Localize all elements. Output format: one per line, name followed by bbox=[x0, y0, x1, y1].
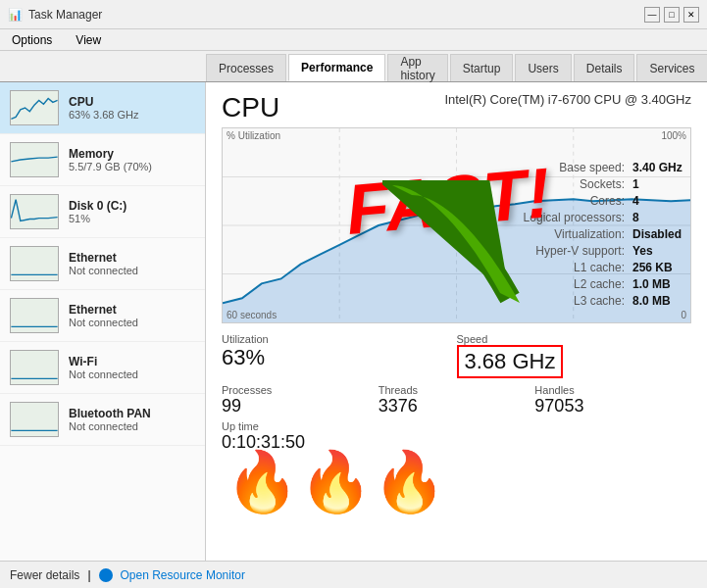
info-row-sockets: Sockets: 1 bbox=[487, 177, 691, 191]
tab-app-history[interactable]: App history bbox=[387, 54, 447, 81]
ethernet2-value: Not connected bbox=[69, 317, 195, 328]
uptime-value: 0:10:31:50 bbox=[222, 432, 691, 453]
cpu-name: CPU bbox=[69, 95, 195, 109]
cpu-header: CPU Intel(R) Core(TM) i7-6700 CPU @ 3.40… bbox=[222, 92, 691, 123]
l3-key: L3 cache: bbox=[487, 294, 625, 308]
wifi-mini-chart bbox=[10, 350, 59, 385]
tab-processes[interactable]: Processes bbox=[206, 54, 286, 81]
menu-options[interactable]: Options bbox=[8, 31, 56, 49]
sidebar-item-ethernet1[interactable]: Ethernet Not connected bbox=[0, 238, 205, 290]
ethernet2-name: Ethernet bbox=[69, 303, 195, 317]
bluetooth-mini-chart bbox=[10, 402, 59, 437]
uptime-label: Up time bbox=[222, 420, 691, 432]
minimize-button[interactable]: — bbox=[644, 7, 660, 23]
sidebar-item-cpu[interactable]: CPU 63% 3.68 GHz bbox=[0, 82, 205, 134]
info-row-basespeed: Base speed: 3.40 GHz bbox=[487, 161, 691, 174]
bottom-bar: Fewer details | Open Resource Monitor bbox=[0, 561, 707, 588]
speed-label: Speed bbox=[457, 333, 692, 345]
tab-services[interactable]: Services bbox=[636, 54, 707, 81]
sidebar-item-memory[interactable]: Memory 5.5/7.9 GB (70%) bbox=[0, 134, 205, 186]
info-row-virt: Virtualization: Disabled bbox=[487, 227, 691, 241]
utilization-value: 63% bbox=[222, 345, 457, 370]
wifi-name: Wi-Fi bbox=[69, 355, 195, 368]
flame-overlay: 🔥🔥🔥 bbox=[226, 453, 446, 512]
cores-key: Cores: bbox=[487, 194, 625, 208]
right-panel: CPU Intel(R) Core(TM) i7-6700 CPU @ 3.40… bbox=[206, 82, 707, 561]
sockets-key: Sockets: bbox=[487, 177, 625, 191]
processes-label: Processes bbox=[222, 384, 379, 396]
fewer-details-button[interactable]: Fewer details bbox=[10, 568, 79, 582]
sidebar-item-bluetooth[interactable]: Bluetooth PAN Not connected bbox=[0, 394, 205, 446]
threads-block: Threads 3376 bbox=[379, 384, 535, 416]
info-row-logical: Logical processors: 8 bbox=[487, 211, 691, 224]
handles-label: Handles bbox=[534, 384, 691, 396]
cores-val: 4 bbox=[632, 194, 691, 208]
wifi-value: Not connected bbox=[69, 368, 195, 380]
app-icon: 📊 bbox=[8, 8, 23, 22]
title-bar: 📊 Task Manager — □ ✕ bbox=[0, 0, 707, 29]
close-button[interactable]: ✕ bbox=[683, 7, 699, 23]
window-controls: — □ ✕ bbox=[644, 7, 699, 23]
processes-row: Processes 99 Threads 3376 Handles 97053 bbox=[222, 384, 691, 416]
speed-block: Speed 3.68 GHz bbox=[457, 333, 692, 378]
cpu-mini-chart bbox=[10, 90, 59, 125]
virt-key: Virtualization: bbox=[487, 227, 625, 241]
bluetooth-value: Not connected bbox=[69, 420, 195, 432]
l3-val: 8.0 MB bbox=[632, 294, 691, 308]
threads-label: Threads bbox=[379, 384, 535, 396]
l1-key: L1 cache: bbox=[487, 261, 625, 274]
stats-row: Utilization 63% Speed 3.68 GHz bbox=[222, 333, 691, 378]
hyperv-key: Hyper-V support: bbox=[487, 244, 625, 258]
tab-performance[interactable]: Performance bbox=[288, 54, 385, 81]
open-resource-monitor-link[interactable]: Open Resource Monitor bbox=[121, 568, 245, 582]
l2-val: 1.0 MB bbox=[632, 277, 691, 291]
sidebar: CPU 63% 3.68 GHz Memory 5.5/7.9 GB (70%)… bbox=[0, 82, 206, 561]
tab-users[interactable]: Users bbox=[515, 54, 571, 81]
info-row-l1: L1 cache: 256 KB bbox=[487, 261, 691, 274]
separator: | bbox=[87, 568, 90, 582]
handles-block: Handles 97053 bbox=[534, 384, 691, 416]
chart-0-label: 0 bbox=[681, 310, 686, 320]
sidebar-item-disk[interactable]: Disk 0 (C:) 51% bbox=[0, 186, 205, 238]
sidebar-item-ethernet2[interactable]: Ethernet Not connected bbox=[0, 290, 205, 342]
basespeed-val: 3.40 GHz bbox=[632, 161, 691, 174]
cpu-value: 63% 3.68 GHz bbox=[69, 109, 195, 121]
memory-name: Memory bbox=[69, 147, 195, 161]
chart-60s-label: 60 seconds bbox=[227, 310, 277, 320]
basespeed-key: Base speed: bbox=[487, 161, 625, 174]
utilization-block: Utilization 63% bbox=[222, 333, 457, 378]
tab-startup[interactable]: Startup bbox=[450, 54, 514, 81]
processes-block: Processes 99 bbox=[222, 384, 379, 416]
handles-value: 97053 bbox=[534, 396, 691, 416]
logical-val: 8 bbox=[632, 211, 691, 224]
disk-name: Disk 0 (C:) bbox=[69, 199, 195, 213]
hyperv-val: Yes bbox=[632, 244, 691, 258]
threads-value: 3376 bbox=[379, 396, 535, 416]
resource-monitor-icon bbox=[99, 568, 113, 582]
maximize-button[interactable]: □ bbox=[664, 7, 680, 23]
logical-key: Logical processors: bbox=[487, 211, 625, 224]
chart-100-label: 100% bbox=[661, 130, 686, 141]
ethernet1-value: Not connected bbox=[69, 265, 195, 276]
sidebar-item-wifi[interactable]: Wi-Fi Not connected bbox=[0, 342, 205, 394]
main-content: CPU 63% 3.68 GHz Memory 5.5/7.9 GB (70%)… bbox=[0, 82, 707, 561]
utilization-label: Utilization bbox=[222, 333, 457, 345]
info-row-cores: Cores: 4 bbox=[487, 194, 691, 208]
l1-val: 256 KB bbox=[632, 261, 691, 274]
virt-val: Disabled bbox=[632, 227, 691, 241]
l2-key: L2 cache: bbox=[487, 277, 625, 291]
sockets-val: 1 bbox=[632, 177, 691, 191]
speed-value: 3.68 GHz bbox=[457, 345, 564, 378]
info-row-hyperv: Hyper-V support: Yes bbox=[487, 244, 691, 258]
disk-mini-chart bbox=[10, 194, 59, 229]
ethernet2-mini-chart bbox=[10, 298, 59, 333]
disk-value: 51% bbox=[69, 213, 195, 224]
ethernet1-mini-chart bbox=[10, 246, 59, 281]
app-title: Task Manager bbox=[28, 8, 102, 22]
menu-bar: Options View bbox=[0, 29, 707, 51]
info-row-l3: L3 cache: 8.0 MB bbox=[487, 294, 691, 308]
tab-bar: Processes Performance App history Startu… bbox=[0, 51, 707, 82]
tab-details[interactable]: Details bbox=[574, 54, 635, 81]
cpu-model: Intel(R) Core(TM) i7-6700 CPU @ 3.40GHz bbox=[444, 92, 691, 107]
menu-view[interactable]: View bbox=[72, 31, 105, 49]
